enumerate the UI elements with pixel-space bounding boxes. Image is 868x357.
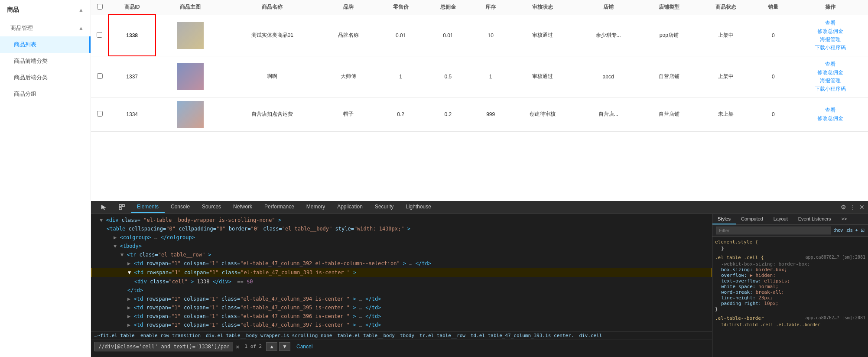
row2-miniapp-link[interactable]: 下载小程序码 [797,85,863,93]
styles-tab-more[interactable]: >> [836,214,852,224]
row1-poster-link[interactable]: 海报管理 [797,36,863,43]
th-actions: 操作 [792,0,868,15]
row1-checkbox[interactable] [91,15,108,56]
th-sales: 销量 [754,0,792,15]
row2-action-links: 查看 修改总佣金 海报管理 下载小程序码 [797,61,863,93]
devtools-tab-bar: Elements Console Sources Network Perform… [91,201,868,214]
tab-security[interactable]: Security [369,201,400,213]
tab-memory[interactable]: Memory [300,201,331,213]
row1-view-link[interactable]: 查看 [797,19,863,27]
dom-line-4[interactable]: ▼ <tr class="el-table__row" > [91,250,712,259]
svg-rect-2 [119,208,121,210]
more-icon[interactable]: ⋮ [850,204,856,211]
sidebar-section-goods[interactable]: 商品 ▲ [0,0,91,20]
row1-edit-commission-link[interactable]: 修改总佣金 [797,28,863,35]
styles-toggle-btn[interactable]: ⊡ [861,227,865,233]
row1-select[interactable] [97,32,102,38]
row2-sales: 0 [754,56,792,97]
styles-add-btn[interactable]: + [855,227,858,233]
select-all-checkbox[interactable] [97,4,103,10]
tab-application[interactable]: Application [331,201,369,213]
tab-network[interactable]: Network [227,201,258,213]
th-checkbox [91,0,108,15]
close-devtools-icon[interactable]: ✕ [859,204,865,211]
dom-line-0[interactable]: ▼ <div class= "el-table__body-wrapper is… [91,216,712,224]
sidebar-item-product-group[interactable]: 商品分组 [0,86,91,102]
th-price: 零售价 [377,0,424,15]
tab-lighthouse[interactable]: Lighthouse [400,201,437,213]
dom-line-3[interactable]: ▼ <tbody> [91,242,712,250]
row2-edit-commission-link[interactable]: 修改总佣金 [797,69,863,76]
sidebar-subsection-label: 商品管理 [10,24,33,32]
dom-line-td-395[interactable]: ▶ <td rowspan="1" colspan="1" class="el-… [91,303,712,312]
dom-line-2[interactable]: ▶ <colgroup> … </colgroup> [91,233,712,242]
th-image: 商品主图 [156,0,224,15]
styles-tab-computed[interactable]: Computed [736,214,768,224]
row3-checkbox[interactable] [91,97,108,131]
svg-rect-1 [122,204,124,207]
row1-miniapp-link[interactable]: 下载小程序码 [797,44,863,52]
breadcrumb-item-3[interactable]: tbody [400,333,414,338]
th-product-status: 商品状态 [697,0,754,15]
breadcrumb-item-0[interactable]: …~fit.el-table--enable-row-transition [94,333,201,338]
sidebar-subsection-goods-management[interactable]: 商品管理 ▲ [0,20,91,36]
styles-tab-layout[interactable]: Layout [768,214,793,224]
row2-checkbox[interactable] [91,56,108,97]
find-clear-btn[interactable]: ✕ [236,343,239,350]
row2-status: 审核通过 [510,56,576,97]
find-next-btn[interactable]: ▼ [279,342,290,351]
tab-inspect[interactable] [113,201,131,214]
find-prev-btn[interactable]: ▲ [266,342,277,351]
styles-tab-styles[interactable]: Styles [712,214,736,224]
row3-status: 创建待审核 [510,97,576,131]
dom-line-5[interactable]: ▶ <td rowspan="1" colspan="1" class="el-… [91,259,712,268]
styles-cls-btn[interactable]: .cls [845,227,853,233]
sidebar-subsection-chevron: ▲ [78,25,84,31]
style-selector-element: element.style { [715,239,865,245]
breadcrumb-item-5[interactable]: td.el-table_47_column_393.is-center. [471,333,574,338]
dom-line-cell-content[interactable]: <div class="cell" > 1338 </div> == $0 [91,277,712,286]
sidebar-item-product-frontend-category[interactable]: 商品前端分类 [0,53,91,69]
sidebar-item-product-list[interactable]: 商品列表 [0,36,91,53]
dom-line-td-397[interactable]: ▶ <td rowspan="1" colspan="1" class="el-… [91,321,712,329]
dom-line-selected[interactable]: ▼ <td rowspan="1" colspan="1" class="el-… [91,268,712,277]
tab-performance[interactable]: Performance [258,201,300,213]
tab-elements[interactable]: Elements [131,201,165,213]
row3-view-link[interactable]: 查看 [797,107,863,114]
row1-stock: 10 [472,15,510,56]
styles-filter-extras: :hov .cls + ⊡ [834,227,865,233]
tab-pointer[interactable] [94,201,113,214]
breadcrumb-item-2[interactable]: table.el-table__body [337,333,394,338]
sidebar-item-product-backend-category[interactable]: 商品后端分类 [0,69,91,86]
row2-id: 1337 [108,56,156,97]
find-result-count: 1 of 2 [244,344,262,349]
styles-hov-btn[interactable]: :hov [834,227,843,233]
row3-select[interactable] [97,111,103,117]
tab-sources[interactable]: Sources [196,201,227,213]
dom-line-td-394[interactable]: ▶ <td rowspan="1" colspan="1" class="el-… [91,295,712,303]
breadcrumb-item-1[interactable]: div.el-table__body-wrapper.is-scrolling-… [206,333,332,338]
th-commission: 总佣金 [424,0,471,15]
dom-line-td-close[interactable]: </td> [91,286,712,295]
row1-image [156,15,224,56]
row3-edit-commission-link[interactable]: 修改总佣金 [797,115,863,122]
row2-view-link[interactable]: 查看 [797,61,863,68]
find-cancel-btn[interactable]: Cancel [296,344,312,350]
tab-console[interactable]: Console [165,201,196,213]
row2-select[interactable] [97,73,103,79]
dom-line-1[interactable]: <table cellspacing="0" cellpadding="0" b… [91,224,712,233]
devtools-body: ▼ <div class= "el-table__body-wrapper is… [91,214,868,357]
row1-name: 测试实体类商品01 [224,15,320,56]
breadcrumb-item-4[interactable]: tr.el-table__row [419,333,465,338]
row2-price: 1 [377,56,424,97]
styles-filter-input[interactable] [716,227,831,234]
th-name: 商品名称 [224,0,320,15]
style-rule-border: .el-table--border app.ca80762…? [sm]:208… [715,315,865,328]
find-xpath-input[interactable] [94,342,233,351]
product-table: 商品ID 商品主图 商品名称 品牌 零售价 总佣金 库存 审核状态 店铺 店铺类… [91,0,868,132]
breadcrumb-item-6[interactable]: div.cell [579,333,602,338]
row2-poster-link[interactable]: 海报管理 [797,77,863,84]
dom-line-td-396[interactable]: ▶ <td rowspan="1" colspan="1" class="el-… [91,312,712,321]
settings-icon[interactable]: ⚙ [841,204,846,211]
styles-tab-event-listeners[interactable]: Event Listeners [793,214,836,224]
